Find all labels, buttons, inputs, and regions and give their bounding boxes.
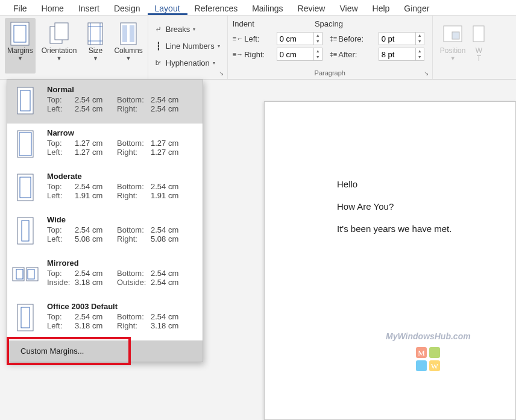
- chevron-down-icon: ▼: [17, 55, 23, 61]
- margins-option-office2003[interactable]: Office 2003 DefaultTop:2.54 cmBottom:2.5…: [7, 297, 203, 340]
- margins-val: 2.54 cm: [151, 278, 178, 287]
- breaks-button[interactable]: ⤶ Breaks ▾: [153, 22, 222, 36]
- spacing-after-icon: ‡≡: [330, 51, 338, 58]
- tab-ginger[interactable]: Ginger: [397, 2, 436, 15]
- svg-rect-17: [17, 218, 33, 244]
- margins-val: 1.91 cm: [75, 191, 117, 200]
- margins-val: 3.18 cm: [151, 321, 178, 330]
- tab-help[interactable]: Help: [365, 2, 397, 15]
- svg-rect-11: [17, 87, 33, 114]
- doc-line-2[interactable]: How Are You?: [337, 201, 515, 212]
- spacing-before-input[interactable]: ▲▼: [379, 32, 424, 45]
- margins-val-label: Left:: [47, 148, 75, 157]
- svg-rect-9: [452, 32, 459, 39]
- margins-val: 2.54 cm: [75, 182, 117, 191]
- margins-preset-title: Office 2003 Default: [47, 302, 199, 311]
- page-setup-dialog-launcher[interactable]: ↘: [219, 70, 224, 77]
- margins-preset-icon: [12, 85, 39, 116]
- margins-val-label: Left:: [47, 321, 75, 330]
- spacing-after-input[interactable]: ▲▼: [379, 48, 424, 61]
- tab-home[interactable]: Home: [34, 2, 71, 15]
- chevron-down-icon: ▼: [57, 55, 62, 61]
- margins-option-wide[interactable]: WideTop:2.54 cmBottom:2.54 cmLeft:5.08 c…: [7, 210, 203, 254]
- margins-option-normal[interactable]: NormalTop:2.54 cmBottom:2.54 cmLeft:2.54…: [7, 80, 203, 124]
- margins-val: 1.91 cm: [151, 191, 178, 200]
- margins-val: 1.27 cm: [151, 148, 178, 157]
- margins-val-label: Right:: [117, 321, 151, 330]
- margins-option-mirrored[interactable]: MirroredTop:2.54 cmBottom:2.54 cmInside:…: [7, 254, 203, 297]
- tab-references[interactable]: References: [187, 2, 245, 15]
- chevron-down-icon: ▼: [93, 55, 98, 61]
- size-label: Size: [89, 47, 102, 55]
- margins-option-moderate[interactable]: ModerateTop:2.54 cmBottom:2.54 cmLeft:1.…: [7, 167, 203, 210]
- margins-val-label: Bottom:: [117, 312, 151, 321]
- indent-left-icon: ≡←: [233, 35, 243, 42]
- margins-custom-button[interactable]: Custom Margins...: [7, 340, 203, 362]
- position-button[interactable]: Position ▼: [438, 18, 468, 74]
- hyphenation-button[interactable]: bᶜ Hyphenation ▾: [153, 55, 222, 70]
- indent-left-label: Left:: [244, 34, 259, 43]
- tab-view[interactable]: View: [332, 2, 365, 15]
- margins-val: 2.54 cm: [151, 269, 178, 278]
- tab-review[interactable]: Review: [291, 2, 333, 15]
- margins-dropdown: NormalTop:2.54 cmBottom:2.54 cmLeft:2.54…: [7, 80, 203, 362]
- margins-preset-title: Mirrored: [47, 259, 199, 268]
- ribbon-toolbar: Margins ▼ Orientation ▼ Size ▼: [0, 16, 516, 80]
- wrap-text-button[interactable]: W T: [471, 18, 486, 74]
- margins-val-label: Left:: [47, 191, 75, 200]
- hyphenation-label: Hyphenation: [166, 58, 210, 67]
- orientation-label: Orientation: [42, 47, 77, 55]
- indent-left-input[interactable]: ▲▼: [277, 32, 322, 45]
- margins-val: 2.54 cm: [151, 104, 178, 113]
- wrap-text-label: W T: [476, 47, 482, 63]
- size-button[interactable]: Size ▼: [83, 18, 108, 74]
- line-numbers-button[interactable]: ┇ Line Numbers ▾: [153, 39, 222, 53]
- columns-button[interactable]: Columns ▼: [112, 18, 145, 74]
- margins-preset-icon: [12, 128, 39, 160]
- margins-val-label: Left:: [47, 234, 75, 243]
- margins-val: 2.54 cm: [75, 312, 117, 321]
- orientation-button[interactable]: Orientation ▼: [39, 18, 80, 74]
- tab-file[interactable]: File: [6, 2, 34, 15]
- spacing-heading: Spacing: [315, 19, 343, 28]
- size-icon: [85, 20, 105, 47]
- margins-preset-title: Moderate: [47, 172, 199, 181]
- breaks-label: Breaks: [166, 25, 190, 34]
- position-label: Position: [440, 47, 466, 55]
- columns-icon: [118, 20, 139, 47]
- margins-button[interactable]: Margins ▼: [5, 18, 36, 74]
- margins-val-label: Top:: [47, 225, 75, 234]
- chevron-down-icon: ▼: [450, 55, 456, 61]
- hyphenation-icon: bᶜ: [153, 60, 164, 66]
- margins-val: 2.54 cm: [151, 182, 178, 191]
- tab-insert[interactable]: Insert: [71, 2, 107, 15]
- margins-preset-icon: [12, 302, 39, 333]
- spacing-before-icon: ‡≡: [330, 35, 338, 42]
- svg-rect-6: [122, 25, 127, 42]
- margins-val: 2.54 cm: [75, 269, 117, 278]
- margins-option-narrow[interactable]: NarrowTop:1.27 cmBottom:1.27 cmLeft:1.27…: [7, 124, 203, 167]
- line-numbers-icon: ┇: [153, 42, 164, 51]
- document-page: Hello How Are You? It's been years we ha…: [264, 101, 516, 420]
- doc-line-3[interactable]: It's been years we have met.: [337, 224, 515, 234]
- margins-val: 2.54 cm: [75, 104, 117, 113]
- margins-val: 2.54 cm: [151, 312, 178, 321]
- paragraph-dialog-launcher[interactable]: ↘: [424, 70, 429, 77]
- margins-val: 2.54 cm: [75, 225, 117, 234]
- margins-val: 2.54 cm: [151, 95, 178, 104]
- tab-design[interactable]: Design: [107, 2, 148, 15]
- tab-layout[interactable]: Layout: [148, 2, 187, 15]
- margins-val-label: Top:: [47, 182, 75, 191]
- tab-mailings[interactable]: Mailings: [245, 2, 290, 15]
- margins-val-label: Right:: [117, 191, 151, 200]
- margins-icon: [10, 20, 30, 47]
- indent-right-icon: ≡→: [233, 51, 243, 58]
- margins-val: 1.27 cm: [151, 139, 178, 148]
- paragraph-group-label: Paragraph: [228, 69, 432, 77]
- margins-val-label: Bottom:: [117, 269, 151, 278]
- margins-val: 3.18 cm: [75, 278, 117, 287]
- margins-preset-icon: [12, 172, 39, 203]
- doc-line-1[interactable]: Hello: [337, 179, 515, 189]
- indent-right-input[interactable]: ▲▼: [277, 48, 322, 61]
- wrap-text-icon: [468, 20, 489, 47]
